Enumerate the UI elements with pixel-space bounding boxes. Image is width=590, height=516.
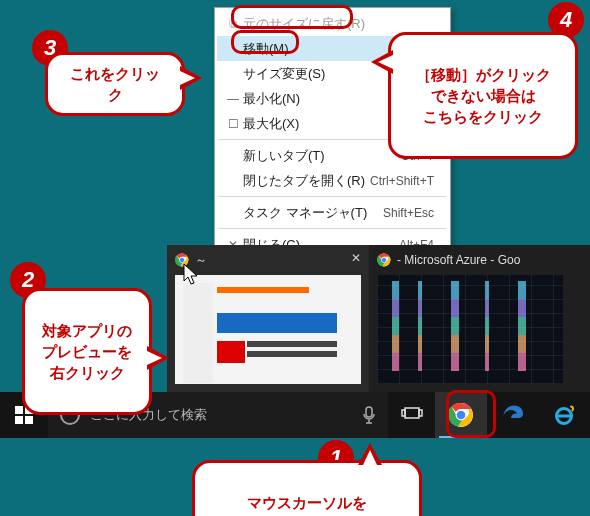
- callout-3: これをクリック: [45, 52, 185, 116]
- callout-text: マウスカーソルを 乗せて1～2秒ほど待つ: [231, 494, 383, 516]
- thumbnail-item[interactable]: - Microsoft Azure - Goo: [369, 245, 571, 392]
- task-view-icon: [401, 407, 423, 423]
- svg-rect-12: [402, 410, 405, 416]
- svg-rect-6: [15, 406, 23, 414]
- thumbnail-close-icon[interactable]: ✕: [351, 251, 361, 265]
- restore-icon: ⧉: [223, 17, 243, 31]
- menu-separator: [219, 196, 446, 197]
- callout-4: ［移動］がクリック できない場合は こちらをクリック: [388, 32, 578, 159]
- callout-text: 対象アプリの プレビューを 右クリック: [42, 322, 132, 381]
- chrome-icon: [448, 402, 474, 428]
- taskbar-app-chrome[interactable]: [435, 392, 487, 438]
- thumbnail-preview: [377, 275, 563, 384]
- callout-1: マウスカーソルを 乗せて1～2秒ほど待つ: [192, 460, 422, 516]
- svg-rect-11: [405, 408, 419, 418]
- taskbar-app-ie[interactable]: [538, 392, 590, 438]
- cursor-icon: [183, 263, 201, 285]
- menu-reopen-tab[interactable]: 閉じたタブを開く(R) Ctrl+Shift+T: [217, 168, 448, 193]
- menu-separator: [219, 228, 446, 229]
- svg-rect-9: [25, 416, 33, 424]
- svg-rect-10: [366, 407, 372, 417]
- minimize-icon: —: [223, 92, 243, 106]
- callout-text: ［移動］がクリック できない場合は こちらをクリック: [416, 66, 551, 125]
- taskbar-thumbnails: ～ ✕ - Microsoft Azure - Goo: [167, 245, 590, 392]
- edge-icon: [501, 403, 525, 427]
- menu-label: タスク マネージャ(T): [243, 204, 383, 222]
- menu-shortcut: Shift+Esc: [383, 206, 434, 220]
- callout-2: 対象アプリの プレビューを 右クリック: [22, 288, 152, 415]
- task-view-button[interactable]: [388, 392, 436, 438]
- taskbar-app-edge[interactable]: [487, 392, 539, 438]
- menu-label: 新しいタブ(T): [243, 147, 401, 165]
- chrome-icon: [377, 253, 391, 267]
- menu-task-manager[interactable]: タスク マネージャ(T) Shift+Esc: [217, 200, 448, 225]
- menu-label: 閉じたタブを開く(R): [243, 172, 370, 190]
- ie-icon: [552, 403, 576, 427]
- menu-label: 元のサイズに戻す(R): [243, 15, 434, 33]
- svg-rect-13: [419, 410, 422, 416]
- svg-rect-8: [15, 416, 23, 424]
- menu-shortcut: Ctrl+Shift+T: [370, 174, 434, 188]
- mic-icon[interactable]: [362, 406, 376, 424]
- thumbnail-title: - Microsoft Azure - Goo: [397, 253, 520, 267]
- callout-text: これをクリック: [70, 65, 160, 103]
- maximize-icon: ☐: [223, 117, 243, 131]
- thumbnail-preview: [175, 275, 361, 384]
